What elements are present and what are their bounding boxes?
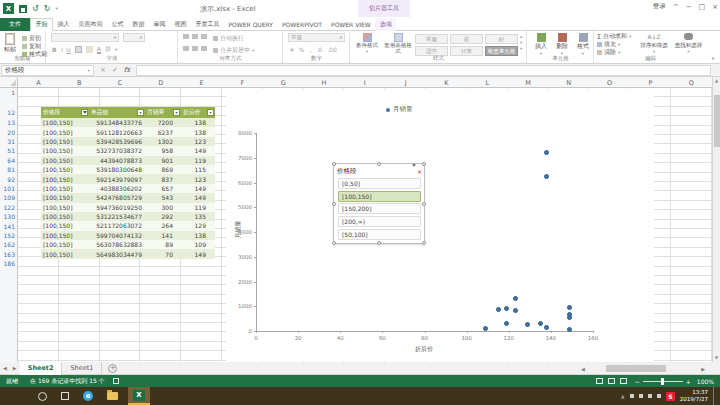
table-cell[interactable]: 594736019250 [89,203,145,212]
format-as-table-button[interactable]: 套用表格格式 [383,33,413,54]
row-header-92[interactable]: 92 [1,174,15,183]
table-cell[interactable]: 901 [145,156,181,165]
align-left-icon[interactable] [183,46,189,51]
column-header-C[interactable]: C [100,77,141,88]
slicer-item-3[interactable]: [200,∞) [338,216,421,227]
insert-function-icon[interactable]: fx [124,66,131,74]
sheet-tab-Sheet2[interactable]: Sheet2 [20,362,63,375]
row-header-13[interactable]: 13 [1,118,15,127]
tray-icon-1[interactable] [630,394,634,398]
tray-expand-icon[interactable]: ∧ [620,393,624,400]
number-format-combo[interactable]: 常规▾ [288,33,345,42]
table-cell[interactable]: 837 [145,174,181,183]
table-cell[interactable]: 129 [181,221,215,230]
table-cell[interactable]: 141 [145,231,181,240]
table-cell[interactable]: 123 [181,137,215,146]
table-cell[interactable]: 592143979097 [89,174,145,183]
tab-8[interactable]: POWER QUERY [224,18,278,31]
hscroll-right-icon[interactable]: ▶ [698,366,708,372]
slicer-resize-handle[interactable] [332,202,336,206]
gallery-up-icon[interactable]: ▴ [520,34,522,39]
merge-center-button[interactable]: 合并后居中▾ [213,46,254,55]
scroll-up-icon[interactable]: ▲ [715,77,718,85]
table-cell[interactable]: 292 [145,212,181,221]
find-select-button[interactable]: 查找和选择 ▾ [672,33,705,54]
row-header-64[interactable]: 64 [1,156,15,165]
align-top-icon[interactable] [183,34,189,39]
slicer-item-0[interactable]: [0,50] [338,178,421,189]
table-cell[interactable]: 6237 [145,127,181,136]
underline-button[interactable]: U [66,46,70,53]
excel-taskbar-icon[interactable]: X [128,387,150,405]
sheet-nav-left-icon[interactable]: ◀ [0,365,10,371]
row-header-130[interactable]: 130 [1,212,15,221]
tray-icon-4[interactable] [657,394,661,398]
tab-0[interactable]: 开始 [30,18,53,31]
column-header-D[interactable]: D [140,77,181,88]
table-cell[interactable]: 543 [145,193,181,202]
zoom-thumb[interactable] [661,378,664,385]
column-header-B[interactable]: B [59,77,100,88]
table-cell[interactable]: 149 [181,184,215,193]
paste-button[interactable]: 粘贴 [4,33,16,54]
table-cell[interactable]: 149 [181,146,215,155]
filter-button-0[interactable] [81,109,88,116]
start-button-icon[interactable] [14,391,24,401]
ribbon-options-icon[interactable]: ^ [673,3,679,11]
table-cell[interactable]: 591128120663 [89,127,145,136]
row-header-186[interactable]: 186 [1,259,15,268]
slicer-resize-handle[interactable] [332,241,336,245]
table-cell[interactable]: [100,150] [41,231,89,240]
increase-decimal-icon[interactable]: .0 [316,46,322,53]
column-header-J[interactable]: J [385,77,426,88]
borders-icon[interactable] [75,46,82,53]
gallery-down-icon[interactable]: ▾ [520,40,522,45]
price-range-slicer[interactable]: 价格段 × [0,50][100,150][150,200][200,∞)[50… [333,163,425,244]
cell-style-1[interactable]: 差 [450,34,483,44]
table-cell[interactable]: 531221534677 [89,212,145,221]
tab-4[interactable]: 数据 [128,18,149,31]
filter-button-1[interactable]: ▾ [137,109,144,116]
vertical-scrollbar[interactable]: ▲ ▼ [712,77,720,362]
column-header-Q[interactable]: Q [671,77,712,88]
row-header-51[interactable]: 51 [1,146,15,155]
table-cell[interactable]: 1302 [145,137,181,146]
decrease-decimal-icon[interactable]: .00 [327,46,337,53]
phonetic-guide-icon[interactable]: 拼 [105,45,111,54]
table-cell[interactable]: [100,150] [41,137,89,146]
percent-icon[interactable]: % [299,46,305,53]
table-cell[interactable]: [100,150] [41,203,89,212]
slicer-item-4[interactable]: [50,100] [338,229,421,240]
font-size-combo[interactable]: ▾ [123,33,145,42]
tab-10[interactable]: POWER VIEW [327,18,376,31]
table-cell[interactable]: [100,150] [41,249,89,258]
table-cell[interactable]: 539180300648 [89,165,145,174]
filter-button-2[interactable]: ▾ [173,109,180,116]
page-break-view-icon[interactable] [620,378,627,384]
sheet-nav-right-icon[interactable]: ▶ [10,365,20,371]
comma-icon[interactable]: , [310,46,312,53]
font-name-combo[interactable]: ▾ [51,33,119,42]
table-cell[interactable]: 149 [181,193,215,202]
table-cell[interactable]: 591348433776 [89,118,145,127]
table-cell[interactable]: 657 [145,184,181,193]
column-header-L[interactable]: L [467,77,508,88]
italic-button[interactable]: I [61,46,63,53]
wrap-text-button[interactable]: 自动换行 [213,34,244,43]
column-header-N[interactable]: N [548,77,589,88]
table-cell[interactable]: [100,150] [41,156,89,165]
formula-input[interactable] [136,65,711,76]
table-cell[interactable]: 109 [181,240,215,249]
column-header-F[interactable]: F [222,77,263,88]
normal-view-icon[interactable] [596,378,603,384]
page-layout-view-icon[interactable] [608,378,615,384]
clear-filter-icon[interactable]: × [412,167,421,175]
tray-icon-2[interactable] [639,394,643,398]
tab-5[interactable]: 审阅 [149,18,170,31]
column-header-P[interactable]: P [630,77,671,88]
horizontal-scroll-thumb[interactable] [606,365,666,372]
slicer-resize-handle[interactable] [332,162,336,166]
horizontal-scrollbar[interactable]: ◀ ▶ [578,364,708,373]
table-cell[interactable]: 539428539696 [89,137,145,146]
close-button[interactable]: × [712,3,718,11]
